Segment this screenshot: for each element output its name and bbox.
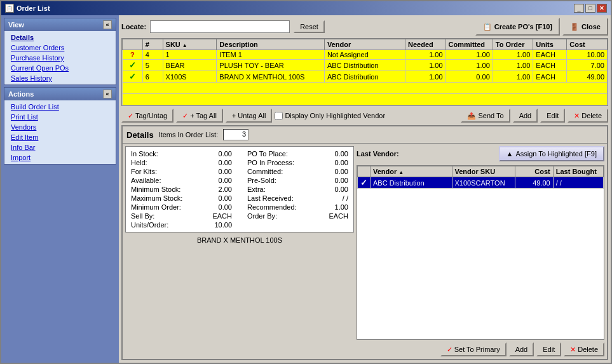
vendor-delete-button[interactable]: ✕ Delete — [564, 342, 604, 356]
table-row[interactable]: ✓ 6 X100S BRAND X MENTHOL 100S ABC Distr… — [123, 71, 608, 83]
row-needed-3: 1.00 — [405, 71, 446, 83]
display-only-highlighted-label[interactable]: Display Only Highlighted Vendor — [275, 112, 385, 120]
row-desc-3: BRAND X MENTHOL 100S — [217, 71, 325, 83]
window-title: Order List — [17, 4, 50, 12]
locate-input[interactable] — [150, 20, 290, 33]
col-header-to-order[interactable]: To Order — [493, 39, 533, 50]
col-header-vendor[interactable]: Vendor — [324, 39, 405, 50]
display-only-highlighted-checkbox[interactable] — [275, 112, 283, 120]
details-body: In Stock: 0.00 Held: 0.00 For Kits: — [123, 144, 607, 359]
row-toorder-1: 1.00 — [493, 50, 533, 60]
sidebar-item-import[interactable]: Import — [6, 152, 114, 163]
actions-collapse-button[interactable]: « — [103, 90, 112, 98]
vendor-col-vendor[interactable]: Vendor ▲ — [371, 166, 452, 177]
row-units-3: EACH — [533, 71, 567, 83]
sidebar-item-current-open-pos[interactable]: Current Open POs — [6, 63, 114, 73]
po-to-place-value: 0.00 — [323, 150, 348, 158]
vendor-table-row[interactable]: ✓ ABC Distribution X100SCARTON 49.00 / / — [358, 177, 604, 189]
tag-untag-label: Tag/Untag — [135, 112, 167, 119]
send-to-button[interactable]: 📤 Send To — [461, 109, 510, 123]
sidebar-item-details[interactable]: Details — [6, 32, 114, 43]
row-committed-3: 0.00 — [445, 71, 493, 83]
vendor-col-sku[interactable]: Vendor SKU — [452, 166, 515, 177]
sidebar-item-sales-history[interactable]: Sales History — [6, 73, 114, 83]
min-stock-value: 2.00 — [207, 185, 232, 193]
row-units-2: EACH — [533, 60, 567, 71]
action-items: Build Order List Print List Vendors Edit… — [4, 100, 116, 164]
vendor-edit-button[interactable]: Edit — [536, 342, 561, 356]
sidebar-item-build-order-list[interactable]: Build Order List — [6, 102, 114, 112]
table-row[interactable]: ✓ 5 BEAR PLUSH TOY - BEAR ABC Distributi… — [123, 60, 608, 71]
vendor-row-check-1: ✓ — [358, 177, 371, 189]
tag-untag-button[interactable]: ✓ Tag/Untag — [121, 109, 173, 123]
recommended-label: Recommended: — [247, 203, 297, 211]
row-cost-2: 7.00 — [567, 60, 608, 71]
row-num-1: 4 — [142, 50, 163, 60]
table-row[interactable]: ? 4 1 ITEM 1 Not Assigned 1.00 1.00 1.00… — [123, 50, 608, 60]
col-header-needed[interactable]: Needed — [405, 39, 446, 50]
vendor-col-cost[interactable]: Cost — [515, 166, 553, 177]
vendor-delete-icon: ✕ — [570, 346, 576, 354]
col-header-sku[interactable]: SKU ▲ — [163, 39, 217, 50]
vendor-add-button[interactable]: Add — [509, 342, 534, 356]
col-header-check[interactable] — [123, 39, 143, 50]
edit-button[interactable]: Edit — [540, 109, 565, 123]
col-header-desc[interactable]: Description — [217, 39, 325, 50]
row-num-3: 6 — [142, 71, 163, 83]
view-label: View — [8, 21, 24, 29]
item-description: BRAND X MENTHOL 100S — [125, 234, 354, 246]
vendor-delete-label: Delete — [578, 346, 598, 353]
create-po-label: Create PO's [F10] — [494, 23, 552, 30]
col-header-units[interactable]: Units — [533, 39, 567, 50]
close-button[interactable]: 🚪 Close — [562, 18, 608, 36]
title-bar: 📋 Order List _ □ ✕ — [1, 1, 611, 15]
stats-committed-value: 0.00 — [323, 168, 348, 175]
sidebar-item-customer-orders[interactable]: Customer Orders — [6, 43, 114, 53]
close-title-button[interactable]: ✕ — [597, 4, 607, 13]
row-check-2: ✓ — [123, 60, 143, 71]
view-section: View « Details Customer Orders Purchase … — [4, 18, 116, 85]
vendor-col-last-bought[interactable]: Last Bought — [553, 166, 603, 177]
set-primary-button[interactable]: ✓ Set To Primary — [440, 342, 507, 356]
reset-button[interactable]: Reset — [294, 20, 325, 33]
assign-icon: ▲ — [507, 150, 513, 158]
col-header-num[interactable]: # — [142, 39, 163, 50]
available-value: 0.00 — [207, 177, 232, 184]
col-header-committed[interactable]: Committed — [445, 39, 493, 50]
view-collapse-button[interactable]: « — [103, 20, 112, 29]
tag-all-button[interactable]: ✓ + Tag All — [176, 109, 223, 123]
sidebar-item-info-bar[interactable]: Info Bar — [6, 142, 114, 152]
sidebar-item-print-list[interactable]: Print List — [6, 112, 114, 122]
vendor-row-sku-1: X100SCARTON — [452, 177, 515, 189]
in-stock-value: 0.00 — [207, 150, 232, 158]
row-sku-2: BEAR — [163, 60, 217, 71]
vendor-area: Last Vendor: ▲ Assign To Highlighted [F9… — [357, 146, 604, 356]
locate-bar: Locate: Reset 📋 Create PO's [F10] 🚪 Clos… — [121, 18, 608, 36]
available-label: Available: — [131, 177, 161, 184]
maximize-button[interactable]: □ — [585, 4, 595, 13]
sidebar-item-purchase-history[interactable]: Purchase History — [6, 53, 114, 63]
add-button[interactable]: Add — [513, 109, 538, 123]
pre-sold-label: Pre-Sold: — [247, 177, 276, 184]
sell-by-label: Sell By: — [131, 212, 154, 220]
untag-all-button[interactable]: + Untag All — [226, 109, 273, 123]
send-to-label: Send To — [478, 112, 503, 119]
held-label: Held: — [131, 159, 147, 166]
delete-label: Delete — [581, 112, 602, 119]
locate-label: Locate: — [121, 23, 146, 30]
assign-to-highlighted-button[interactable]: ▲ Assign To Highlighted [F9] — [499, 146, 604, 161]
delete-button[interactable]: ✕ Delete — [568, 109, 608, 123]
col-header-cost[interactable]: Cost — [567, 39, 608, 50]
sidebar-item-edit-item[interactable]: Edit Item — [6, 132, 114, 142]
sidebar-item-vendors[interactable]: Vendors — [6, 122, 114, 132]
row-vendor-1: Not Assigned — [324, 50, 405, 60]
vendor-table: Vendor ▲ Vendor SKU Cost Last Bought — [357, 166, 604, 189]
vendor-buttons-row: ✓ Set To Primary Add Edit ✕ Delete — [357, 342, 604, 356]
tag-all-label: + Tag All — [190, 112, 217, 119]
row-needed-2: 1.00 — [405, 60, 446, 71]
create-po-button[interactable]: 📋 Create PO's [F10] — [475, 18, 560, 36]
row-sku-3: X100S — [163, 71, 217, 83]
minimize-button[interactable]: _ — [574, 4, 584, 13]
create-po-icon: 📋 — [483, 23, 492, 31]
min-stock-label: Minimum Stock: — [131, 185, 180, 193]
